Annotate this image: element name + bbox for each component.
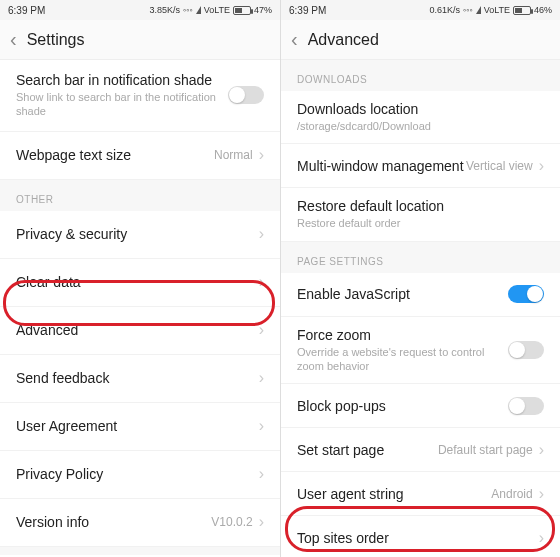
row-privacy-policy[interactable]: Privacy Policy › [0,451,280,499]
row-value: Vertical view [466,159,533,173]
status-bar: 6:39 PM 0.61K/s ◦◦◦ VoLTE 46% [281,0,560,20]
row-title: User Agreement [16,418,259,434]
row-title: Version info [16,514,211,530]
row-version-info[interactable]: Version info V10.0.2 › [0,499,280,547]
section-downloads: DOWNLOADS [281,60,560,91]
signal-icon [476,6,481,14]
row-sub: Restore default order [297,216,544,230]
row-top-sites-order[interactable]: Top sites order › [281,516,560,557]
row-multi-window[interactable]: Multi-window management Vertical view › [281,144,560,188]
status-battery: 46% [534,5,552,15]
battery-icon [513,6,531,15]
row-title: User agent string [297,486,491,502]
row-title: Force zoom [297,327,508,343]
header: ‹ Settings [0,20,280,60]
row-enable-javascript[interactable]: Enable JavaScript [281,273,560,317]
chevron-right-icon: › [539,485,544,503]
wifi-icon: ◦◦◦ [183,5,193,15]
status-volte: VoLTE [204,5,230,15]
chevron-right-icon: › [259,273,264,291]
row-title: Restore default location [297,198,544,214]
status-time: 6:39 PM [8,5,45,16]
status-bar: 6:39 PM 3.85K/s ◦◦◦ VoLTE 47% [0,0,280,20]
chevron-right-icon: › [259,146,264,164]
row-search-bar-shade[interactable]: Search bar in notification shade Show li… [0,60,280,132]
row-set-start-page[interactable]: Set start page Default start page › [281,428,560,472]
chevron-right-icon: › [259,321,264,339]
chevron-right-icon: › [539,441,544,459]
row-clear-data[interactable]: Clear data › [0,259,280,307]
back-icon[interactable]: ‹ [291,28,298,51]
row-title: Webpage text size [16,147,214,163]
wifi-icon: ◦◦◦ [463,5,473,15]
toggle-javascript[interactable] [508,285,544,303]
row-privacy-security[interactable]: Privacy & security › [0,211,280,259]
row-sub: /storage/sdcard0/Download [297,119,544,133]
toggle-block-popups[interactable] [508,397,544,415]
page-title: Settings [27,31,85,49]
row-advanced[interactable]: Advanced › [0,307,280,355]
row-title: Set start page [297,442,438,458]
chevron-right-icon: › [259,225,264,243]
back-icon[interactable]: ‹ [10,28,17,51]
status-battery: 47% [254,5,272,15]
row-value: Default start page [438,443,533,457]
row-restore-default-location[interactable]: Restore default location Restore default… [281,188,560,241]
settings-screen: 6:39 PM 3.85K/s ◦◦◦ VoLTE 47% ‹ Settings… [0,0,280,557]
header: ‹ Advanced [281,20,560,60]
chevron-right-icon: › [539,529,544,547]
signal-icon [196,6,201,14]
status-speed: 3.85K/s [150,5,181,15]
row-force-zoom[interactable]: Force zoom Override a website's request … [281,317,560,385]
row-sub: Override a website's request to control … [297,345,508,374]
row-webpage-text-size[interactable]: Webpage text size Normal › [0,132,280,180]
chevron-right-icon: › [259,417,264,435]
row-title: Clear data [16,274,259,290]
advanced-screen: 6:39 PM 0.61K/s ◦◦◦ VoLTE 46% ‹ Advanced… [280,0,560,557]
row-title: Downloads location [297,101,544,117]
status-speed: 0.61K/s [430,5,461,15]
row-title: Search bar in notification shade [16,72,228,88]
row-user-agreement[interactable]: User Agreement › [0,403,280,451]
status-volte: VoLTE [484,5,510,15]
status-time: 6:39 PM [289,5,326,16]
row-user-agent-string[interactable]: User agent string Android › [281,472,560,516]
row-title: Send feedback [16,370,259,386]
battery-icon [233,6,251,15]
row-title: Block pop-ups [297,398,508,414]
chevron-right-icon: › [259,465,264,483]
row-value: V10.0.2 [211,515,252,529]
row-value: Android [491,487,532,501]
chevron-right-icon: › [259,369,264,387]
row-title: Enable JavaScript [297,286,508,302]
row-title: Top sites order [297,530,539,546]
row-send-feedback[interactable]: Send feedback › [0,355,280,403]
row-value: Normal [214,148,253,162]
section-other: OTHER [0,180,280,211]
row-sub: Show link to search bar in the notificat… [16,90,228,119]
row-title: Privacy & security [16,226,259,242]
page-title: Advanced [308,31,379,49]
row-title: Privacy Policy [16,466,259,482]
toggle-search-bar[interactable] [228,86,264,104]
row-downloads-location[interactable]: Downloads location /storage/sdcard0/Down… [281,91,560,144]
chevron-right-icon: › [259,513,264,531]
row-title: Multi-window management [297,158,466,174]
chevron-right-icon: › [539,157,544,175]
row-block-popups[interactable]: Block pop-ups [281,384,560,428]
row-title: Advanced [16,322,259,338]
toggle-force-zoom[interactable] [508,341,544,359]
section-page-settings: PAGE SETTINGS [281,242,560,273]
